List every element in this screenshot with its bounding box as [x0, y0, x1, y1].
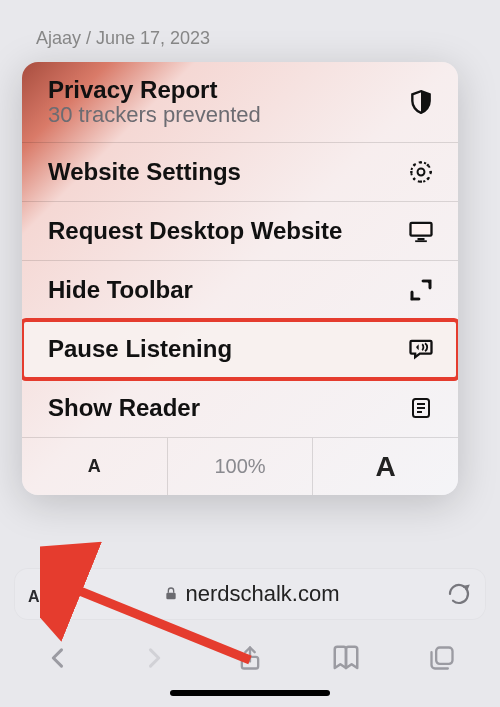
website-settings-row[interactable]: Website Settings [22, 143, 458, 202]
desktop-icon [406, 216, 436, 246]
domain-display: nerdschalk.com [163, 581, 339, 607]
tabs-button[interactable] [425, 641, 459, 675]
lock-icon [163, 586, 179, 602]
svg-rect-3 [412, 224, 431, 235]
privacy-report-label: Privacy Report [48, 76, 261, 104]
bookmarks-button[interactable] [329, 641, 363, 675]
share-button[interactable] [233, 641, 267, 675]
show-reader-row[interactable]: Show Reader [22, 379, 458, 437]
gear-icon [406, 157, 436, 187]
speech-bubble-audio-icon [406, 334, 436, 364]
pause-listening-row[interactable]: Pause Listening [22, 320, 458, 379]
safari-aa-menu: Privacy Report 30 trackers prevented Web… [22, 62, 458, 495]
svg-rect-11 [167, 593, 176, 600]
show-reader-label: Show Reader [48, 394, 200, 422]
reader-icon [406, 393, 436, 423]
aa-small-icon: A [28, 588, 40, 606]
expand-icon [406, 275, 436, 305]
address-bar[interactable]: AA nerdschalk.com [14, 568, 486, 620]
website-settings-label: Website Settings [48, 158, 241, 186]
zoom-out-button[interactable]: A [22, 438, 168, 495]
request-desktop-row[interactable]: Request Desktop Website [22, 202, 458, 261]
svg-point-0 [418, 169, 425, 176]
shield-icon [406, 87, 436, 117]
svg-rect-13 [436, 648, 452, 664]
byline: Ajaay / June 17, 2023 [36, 28, 210, 49]
svg-rect-4 [418, 238, 425, 240]
aa-button[interactable]: AA [28, 580, 57, 608]
domain-text: nerdschalk.com [185, 581, 339, 607]
bottom-toolbar [0, 632, 500, 684]
reload-button[interactable] [446, 581, 472, 607]
zoom-percent: 100% [168, 438, 314, 495]
aa-big-icon: A [40, 580, 57, 608]
request-desktop-label: Request Desktop Website [48, 217, 342, 245]
hide-toolbar-label: Hide Toolbar [48, 276, 193, 304]
forward-button [137, 641, 171, 675]
pause-listening-label: Pause Listening [48, 335, 232, 363]
hide-toolbar-row[interactable]: Hide Toolbar [22, 261, 458, 320]
back-button[interactable] [41, 641, 75, 675]
privacy-report-sublabel: 30 trackers prevented [48, 102, 261, 128]
privacy-report-row[interactable]: Privacy Report 30 trackers prevented [22, 62, 458, 143]
zoom-controls: A 100% A [22, 437, 458, 495]
zoom-in-button[interactable]: A [313, 438, 458, 495]
svg-rect-5 [415, 240, 427, 242]
home-indicator [170, 690, 330, 696]
